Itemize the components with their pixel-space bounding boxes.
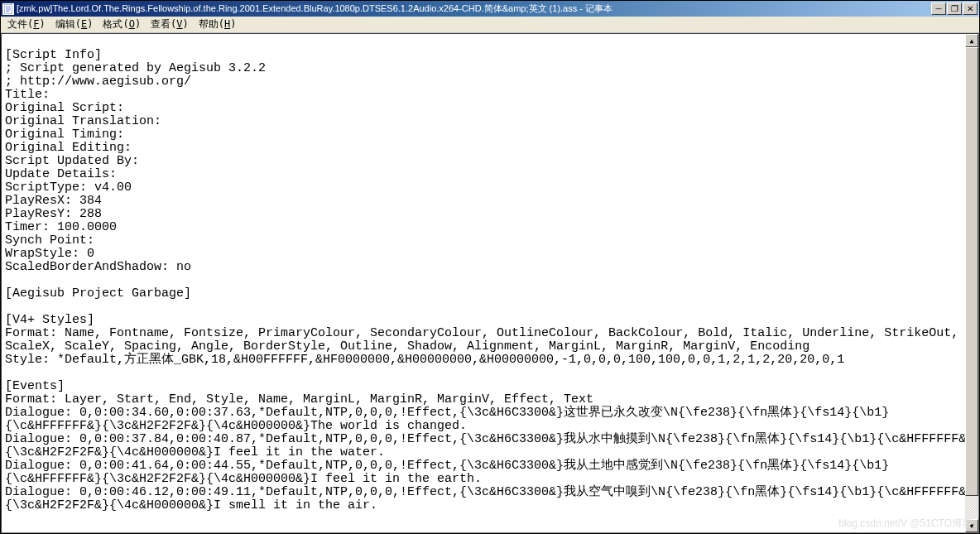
client-area: [Script Info] ; Script generated by Aegi… xyxy=(1,33,979,533)
menu-file[interactable]: 文件(F) xyxy=(2,16,50,33)
vertical-scrollbar[interactable]: ▲ ▼ xyxy=(965,34,978,532)
menu-view[interactable]: 查看(V) xyxy=(146,16,194,33)
scroll-up-button[interactable]: ▲ xyxy=(965,34,978,47)
svg-rect-0 xyxy=(4,4,12,14)
window-title: [zmk.pw]The.Lord.Of.The.Rings.Fellowship… xyxy=(17,2,931,15)
scroll-down-button[interactable]: ▼ xyxy=(965,519,978,532)
menu-help[interactable]: 帮助(H) xyxy=(194,16,242,33)
scroll-thumb[interactable] xyxy=(965,47,978,496)
menubar: 文件(F) 编辑(E) 格式(O) 查看(V) 帮助(H) xyxy=(1,17,979,33)
minimize-button[interactable]: ─ xyxy=(931,2,946,15)
notepad-icon xyxy=(2,3,14,15)
scroll-track[interactable] xyxy=(965,47,978,519)
menu-edit[interactable]: 编辑(E) xyxy=(50,16,98,33)
maximize-button[interactable]: ❐ xyxy=(947,2,962,15)
menu-format[interactable]: 格式(O) xyxy=(98,16,146,33)
text-content[interactable]: [Script Info] ; Script generated by Aegi… xyxy=(2,34,965,532)
notepad-window: [zmk.pw]The.Lord.Of.The.Rings.Fellowship… xyxy=(0,0,980,534)
close-button[interactable]: ✕ xyxy=(963,2,978,15)
titlebar[interactable]: [zmk.pw]The.Lord.Of.The.Rings.Fellowship… xyxy=(1,1,979,17)
window-buttons: ─ ❐ ✕ xyxy=(931,2,978,15)
